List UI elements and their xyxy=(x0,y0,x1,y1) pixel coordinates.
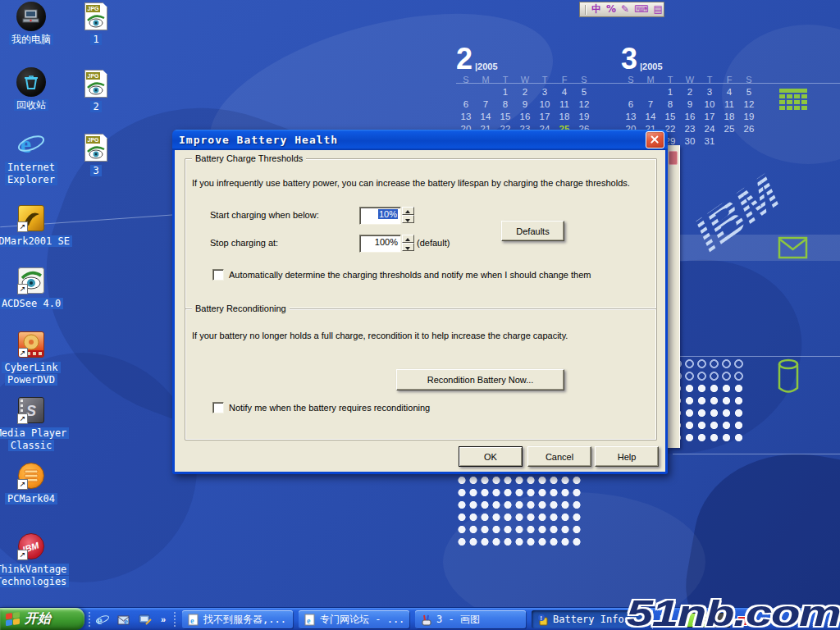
battery-info-icon: ! xyxy=(536,614,549,626)
close-button[interactable] xyxy=(646,131,664,148)
jpg-file-icon: JPG xyxy=(84,2,107,30)
dialog-title: Improve Battery Health xyxy=(179,134,646,146)
svg-text:e: e xyxy=(307,616,311,625)
desktop-icon-jpg-1[interactable]: JPG 1 xyxy=(55,2,137,46)
start-charging-label: Start charging when below: xyxy=(210,210,319,220)
calendar-weekday: F xyxy=(555,75,574,87)
taskbar-task-ie-server[interactable]: e 找不到服务器,... xyxy=(182,610,293,628)
taskbar-task-battery-information[interactable]: ! Battery Infor... xyxy=(532,610,642,628)
thinkvantage-icon: IBM ↗ xyxy=(18,533,44,559)
dot-grid-outline xyxy=(671,358,746,382)
cancel-button[interactable]: Cancel xyxy=(527,446,591,467)
stop-charging-label: Stop charging at: xyxy=(210,238,278,248)
tasks-grip[interactable] xyxy=(174,612,178,627)
recycle-bin-icon xyxy=(16,67,46,97)
desktop-icon-media-player-classic[interactable]: S ↗ Media Player Classic xyxy=(0,395,72,452)
help-button[interactable]: Help xyxy=(595,446,659,467)
calendar-day: 23 xyxy=(680,124,700,136)
battery-reconditioning-group: Battery Reconditioning If your battery n… xyxy=(185,308,657,441)
calendar-weekday: S xyxy=(739,75,759,87)
calendar-day: 12 xyxy=(739,99,759,112)
quicklaunch-overflow-chevron[interactable]: » xyxy=(158,612,169,627)
defaults-button[interactable]: Defaults xyxy=(501,221,564,241)
pen-icon[interactable]: ✎ xyxy=(621,2,629,16)
quicklaunch-ie-icon[interactable]: e xyxy=(95,612,110,627)
calendar-day: 7 xyxy=(476,99,495,112)
quicklaunch-outlook-icon[interactable]: e xyxy=(116,612,131,627)
input-mode-icon[interactable]: % xyxy=(606,2,616,16)
quicklaunch-grip[interactable] xyxy=(89,612,93,627)
site-watermark: 51nb.com xyxy=(626,593,840,630)
desktop-icon-pcmark04[interactable]: ↗ PCMark04 xyxy=(0,461,72,505)
svg-text:e: e xyxy=(190,616,194,625)
taskbar-task-ie-forum[interactable]: e 专门网论坛 - ... xyxy=(299,610,409,628)
calendar-day: 18 xyxy=(719,112,739,124)
calendar-weekday: W xyxy=(680,75,700,87)
calendar-weekday: T xyxy=(535,75,555,87)
start-spin-up-button[interactable] xyxy=(402,207,414,215)
menu-icon[interactable]: ▤ xyxy=(653,2,662,16)
calendar-day: 2 xyxy=(515,87,535,99)
calendar-day: 6 xyxy=(621,99,641,112)
taskbar-task-paint[interactable]: 3 - 画图 xyxy=(415,610,526,628)
paint-icon xyxy=(420,614,432,626)
shortcut-arrow-icon: ↗ xyxy=(17,479,28,490)
calendar-day: 16 xyxy=(680,112,700,124)
calendar-day xyxy=(456,87,476,99)
start-button[interactable]: 开始 xyxy=(0,608,84,630)
start-spin-down-button[interactable] xyxy=(402,215,414,223)
calendar-year: |2005 xyxy=(640,62,663,71)
calendar-day: 4 xyxy=(555,87,574,99)
calendar-weekday: T xyxy=(495,75,515,87)
calendar-day: 8 xyxy=(660,99,680,112)
media-player-classic-icon: S ↗ xyxy=(18,397,44,423)
shortcut-arrow-icon: ↗ xyxy=(17,413,28,424)
calendar-day: 13 xyxy=(456,112,476,124)
desktop-icon-jpg-3[interactable]: JPG 3 xyxy=(55,133,137,177)
3dmark2001-icon: ↗ xyxy=(18,205,44,231)
language-bar-grip[interactable] xyxy=(585,5,587,15)
calendar-day: 11 xyxy=(555,99,574,112)
background-window-button xyxy=(669,151,678,165)
start-label: 开始 xyxy=(25,610,51,628)
chinese-input-icon[interactable]: 中 xyxy=(591,2,601,16)
ie-page-icon: e xyxy=(304,614,316,626)
auto-determine-checkbox[interactable] xyxy=(212,269,224,281)
dot-grid-right xyxy=(671,382,746,445)
calendar-day xyxy=(641,87,660,99)
calendar-day: 11 xyxy=(719,99,739,112)
recondition-battery-now-button[interactable]: Recondition Battery Now... xyxy=(396,369,564,390)
desktop-icon-thinkvantage[interactable]: IBM ↗ ThinkVantage Technologies xyxy=(0,532,72,588)
desktop-icon-powerdvd[interactable]: ↗ CyberLink PowerDVD xyxy=(0,330,72,386)
stop-spin-down-button[interactable] xyxy=(402,243,414,251)
ok-button[interactable]: OK xyxy=(459,446,523,467)
calendar-day: 8 xyxy=(495,99,515,112)
keyboard-icon[interactable]: ⌨ xyxy=(634,2,648,16)
task-label: 找不到服务器,... xyxy=(203,613,286,627)
wallpaper-line xyxy=(673,454,840,454)
start-threshold-input[interactable]: 10% xyxy=(359,207,401,225)
calendar-weekday: T xyxy=(660,75,680,87)
calendar-day: 25 xyxy=(719,124,739,136)
calendar-day: 1 xyxy=(495,87,515,99)
stop-spin-up-button[interactable] xyxy=(402,235,414,243)
dialog-titlebar[interactable]: Improve Battery Health xyxy=(172,130,668,150)
stop-threshold-spinner: 100% xyxy=(359,235,414,251)
notify-recondition-checkbox[interactable] xyxy=(212,402,224,413)
calendar-day: 14 xyxy=(476,112,495,124)
shortcut-arrow-icon: ↗ xyxy=(17,284,28,294)
calendar-weekday: T xyxy=(700,75,719,87)
language-bar[interactable]: 中 % ✎ ⌨ ▤ xyxy=(579,2,664,17)
calendar-month-number: 3 xyxy=(621,42,637,75)
notify-recondition-checkbox-row: Notify me when the battery requires reco… xyxy=(212,402,430,413)
quicklaunch-show-desktop-icon[interactable] xyxy=(138,612,153,627)
background-window-sliver xyxy=(667,145,680,448)
desktop-icon-3dmark2001[interactable]: ↗ 3DMark2001 SE xyxy=(0,203,72,248)
jpg-file-icon: JPG xyxy=(84,134,107,162)
stop-threshold-input[interactable]: 100% xyxy=(359,235,401,253)
desktop-icon-jpg-2[interactable]: JPG 2 xyxy=(55,69,137,113)
charge-group-legend: Battery Charge Thresholds xyxy=(192,153,306,163)
calendar-day: 19 xyxy=(739,112,759,124)
battery-cylinder-icon xyxy=(777,358,803,396)
desktop-icon-acdsee[interactable]: ↗ ACDSee 4.0 xyxy=(0,266,72,310)
